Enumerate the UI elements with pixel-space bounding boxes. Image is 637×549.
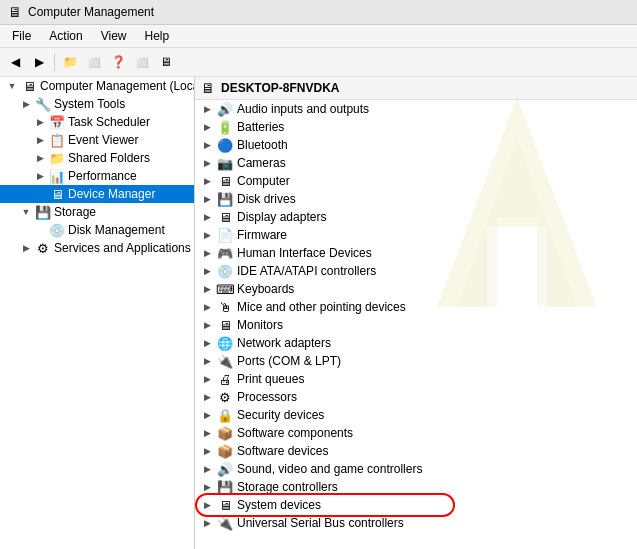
device-item-21[interactable]: ▶💾Storage controllers	[195, 478, 637, 496]
device-item-2[interactable]: ▶🔵Bluetooth	[195, 136, 637, 154]
device-item-20[interactable]: ▶🔊Sound, video and game controllers	[195, 460, 637, 478]
toolbar: ◀ ▶ 📁 ⬜ ❓ ⬜ 🖥	[0, 48, 637, 77]
tree-item-task-scheduler[interactable]: ▶📅Task Scheduler	[0, 113, 194, 131]
device-expand-19[interactable]: ▶	[199, 443, 215, 459]
device-item-13[interactable]: ▶🌐Network adapters	[195, 334, 637, 352]
title-bar: 🖥 Computer Management	[0, 0, 637, 25]
device-item-4[interactable]: ▶🖥Computer	[195, 172, 637, 190]
device-expand-9[interactable]: ▶	[199, 263, 215, 279]
device-icon-15: 🖨	[215, 371, 235, 387]
device-item-6[interactable]: ▶🖥Display adapters	[195, 208, 637, 226]
device-icon-14: 🔌	[215, 353, 235, 369]
menu-item-help[interactable]: Help	[137, 27, 178, 45]
expand-icon-system-tools[interactable]: ▶	[18, 96, 34, 112]
device-item-12[interactable]: ▶🖥Monitors	[195, 316, 637, 334]
device-label-19: Software devices	[235, 444, 328, 458]
tree-item-device-manager[interactable]: 🖥Device Manager	[0, 185, 194, 203]
device-item-14[interactable]: ▶🔌Ports (COM & LPT)	[195, 352, 637, 370]
device-icon-23: 🔌	[215, 515, 235, 531]
menu-item-action[interactable]: Action	[41, 27, 90, 45]
device-item-10[interactable]: ▶⌨Keyboards	[195, 280, 637, 298]
device-expand-11[interactable]: ▶	[199, 299, 215, 315]
device-item-5[interactable]: ▶💾Disk drives	[195, 190, 637, 208]
tree-root[interactable]: ▼ 🖥 Computer Management (Local)	[0, 77, 194, 95]
device-expand-21[interactable]: ▶	[199, 479, 215, 495]
device-expand-15[interactable]: ▶	[199, 371, 215, 387]
expand-icon-shared-folders[interactable]: ▶	[32, 150, 48, 166]
tree-item-system-tools[interactable]: ▶🔧System Tools	[0, 95, 194, 113]
tree-icon-system-tools: 🔧	[34, 96, 52, 112]
device-expand-22[interactable]: ▶	[199, 497, 215, 513]
device-expand-23[interactable]: ▶	[199, 515, 215, 531]
expand-icon-storage[interactable]: ▼	[18, 204, 34, 220]
device-expand-12[interactable]: ▶	[199, 317, 215, 333]
menu-item-view[interactable]: View	[93, 27, 135, 45]
device-label-0: Audio inputs and outputs	[235, 102, 369, 116]
expand-icon-disk-management[interactable]	[32, 222, 48, 238]
device-expand-10[interactable]: ▶	[199, 281, 215, 297]
expand-icon-task-scheduler[interactable]: ▶	[32, 114, 48, 130]
device-expand-7[interactable]: ▶	[199, 227, 215, 243]
device-item-18[interactable]: ▶📦Software components	[195, 424, 637, 442]
expand-icon-device-manager[interactable]	[32, 186, 48, 202]
properties-button[interactable]: ⬜	[83, 51, 105, 73]
device-expand-16[interactable]: ▶	[199, 389, 215, 405]
device-item-9[interactable]: ▶💿IDE ATA/ATAPI controllers	[195, 262, 637, 280]
device-icon-8: 🎮	[215, 245, 235, 261]
device-item-0[interactable]: ▶🔊Audio inputs and outputs	[195, 100, 637, 118]
device-expand-8[interactable]: ▶	[199, 245, 215, 261]
tree-item-event-viewer[interactable]: ▶📋Event Viewer	[0, 131, 194, 149]
device-expand-5[interactable]: ▶	[199, 191, 215, 207]
device-icon-3: 📷	[215, 155, 235, 171]
forward-button[interactable]: ▶	[28, 51, 50, 73]
device-item-7[interactable]: ▶📄Firmware	[195, 226, 637, 244]
device-label-12: Monitors	[235, 318, 283, 332]
expand-icon-event-viewer[interactable]: ▶	[32, 132, 48, 148]
tree-item-services-apps[interactable]: ▶⚙Services and Applications	[0, 239, 194, 257]
device-item-22[interactable]: ▶🖥System devices	[195, 496, 637, 514]
tree-item-performance[interactable]: ▶📊Performance	[0, 167, 194, 185]
device-expand-1[interactable]: ▶	[199, 119, 215, 135]
device-label-10: Keyboards	[235, 282, 294, 296]
device-item-3[interactable]: ▶📷Cameras	[195, 154, 637, 172]
device-expand-3[interactable]: ▶	[199, 155, 215, 171]
tree-item-shared-folders[interactable]: ▶📁Shared Folders	[0, 149, 194, 167]
device-expand-6[interactable]: ▶	[199, 209, 215, 225]
tree-label-storage: Storage	[52, 205, 96, 219]
export-button[interactable]: ⬜	[131, 51, 153, 73]
device-label-7: Firmware	[235, 228, 287, 242]
help-button[interactable]: ❓	[107, 51, 129, 73]
expand-icon-services-apps[interactable]: ▶	[18, 240, 34, 256]
root-expand-icon[interactable]: ▼	[4, 78, 20, 94]
device-item-11[interactable]: ▶🖱Mice and other pointing devices	[195, 298, 637, 316]
device-icon-19: 📦	[215, 443, 235, 459]
device-label-4: Computer	[235, 174, 290, 188]
tree-icon-storage: 💾	[34, 204, 52, 220]
left-tree: ▶🔧System Tools▶📅Task Scheduler▶📋Event Vi…	[0, 95, 194, 257]
device-item-15[interactable]: ▶🖨Print queues	[195, 370, 637, 388]
device-label-20: Sound, video and game controllers	[235, 462, 422, 476]
device-expand-18[interactable]: ▶	[199, 425, 215, 441]
device-expand-13[interactable]: ▶	[199, 335, 215, 351]
device-expand-0[interactable]: ▶	[199, 101, 215, 117]
device-expand-17[interactable]: ▶	[199, 407, 215, 423]
device-item-8[interactable]: ▶🎮Human Interface Devices	[195, 244, 637, 262]
tree-item-disk-management[interactable]: 💿Disk Management	[0, 221, 194, 239]
device-label-23: Universal Serial Bus controllers	[235, 516, 404, 530]
device-expand-4[interactable]: ▶	[199, 173, 215, 189]
tree-item-storage[interactable]: ▼💾Storage	[0, 203, 194, 221]
device-expand-20[interactable]: ▶	[199, 461, 215, 477]
menu-item-file[interactable]: File	[4, 27, 39, 45]
device-item-17[interactable]: ▶🔒Security devices	[195, 406, 637, 424]
tree-icon-services-apps: ⚙	[34, 240, 52, 256]
back-button[interactable]: ◀	[4, 51, 26, 73]
device-expand-14[interactable]: ▶	[199, 353, 215, 369]
device-item-19[interactable]: ▶📦Software devices	[195, 442, 637, 460]
device-expand-2[interactable]: ▶	[199, 137, 215, 153]
expand-icon-performance[interactable]: ▶	[32, 168, 48, 184]
device-item-23[interactable]: ▶🔌Universal Serial Bus controllers	[195, 514, 637, 532]
device-item-16[interactable]: ▶⚙Processors	[195, 388, 637, 406]
monitor-button[interactable]: 🖥	[155, 51, 177, 73]
folder-button[interactable]: 📁	[59, 51, 81, 73]
device-item-1[interactable]: ▶🔋Batteries	[195, 118, 637, 136]
